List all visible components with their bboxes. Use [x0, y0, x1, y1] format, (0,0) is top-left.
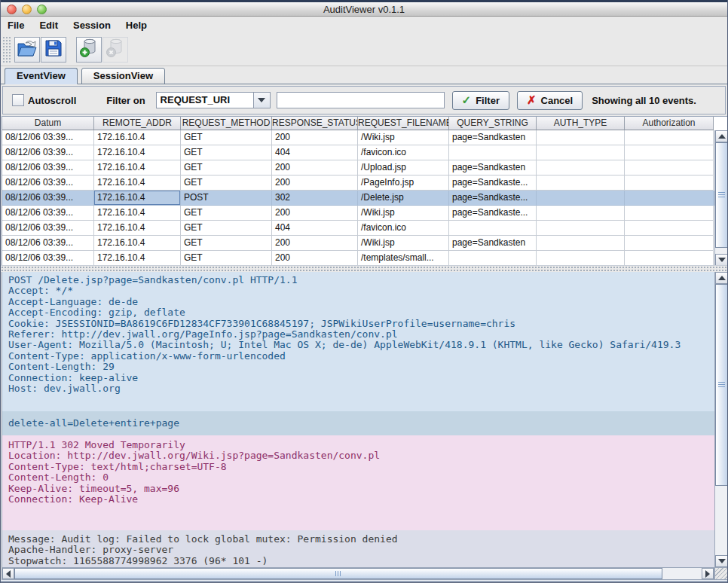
column-header-auth_type[interactable]: AUTH_TYPE: [537, 117, 625, 130]
table-cell[interactable]: 08/12/06 03:39...: [2, 176, 94, 191]
table-cell[interactable]: [625, 176, 714, 191]
table-row[interactable]: 08/12/06 03:39...172.16.10.4GET200/templ…: [2, 251, 727, 266]
table-cell[interactable]: 172.16.10.4: [94, 145, 181, 160]
column-header-authorization[interactable]: Authorization: [625, 117, 714, 130]
menu-session[interactable]: Session: [66, 20, 118, 31]
scroll-up-button[interactable]: [715, 130, 728, 142]
table-cell[interactable]: 08/12/06 03:39...: [2, 191, 94, 206]
menu-edit[interactable]: Edit: [32, 20, 66, 31]
autoscroll-checkbox[interactable]: [12, 94, 24, 106]
table-cell[interactable]: GET: [181, 236, 272, 251]
table-cell[interactable]: [625, 221, 714, 236]
table-cell[interactable]: GET: [181, 160, 272, 176]
table-row[interactable]: 08/12/06 03:39...172.16.10.4GET200/Wiki.…: [2, 130, 727, 145]
table-cell[interactable]: [625, 191, 714, 206]
table-cell[interactable]: page=Sandkaste...: [449, 176, 537, 191]
table-cell[interactable]: 172.16.10.4: [94, 221, 181, 236]
table-cell[interactable]: [537, 160, 625, 176]
table-cell[interactable]: 172.16.10.4: [94, 206, 181, 221]
scroll-up-button[interactable]: [715, 272, 728, 284]
table-cell[interactable]: 08/12/06 03:39...: [2, 130, 94, 145]
table-cell[interactable]: [625, 145, 714, 160]
table-cell[interactable]: 172.16.10.4: [94, 251, 181, 266]
filter-value-input[interactable]: [277, 92, 445, 108]
table-cell[interactable]: 404: [272, 221, 358, 236]
table-cell[interactable]: POST: [181, 191, 272, 206]
table-row[interactable]: 08/12/06 03:39...172.16.10.4GET200/Wiki.…: [2, 236, 727, 251]
table-cell[interactable]: 08/12/06 03:39...: [2, 251, 94, 266]
table-cell[interactable]: GET: [181, 145, 272, 160]
menu-help[interactable]: Help: [118, 20, 154, 31]
table-cell[interactable]: 172.16.10.4: [94, 236, 181, 251]
table-cell[interactable]: 200: [272, 236, 358, 251]
table-row[interactable]: 08/12/06 03:39...172.16.10.4GET404/favic…: [2, 145, 727, 160]
horizontal-scrollbar[interactable]: [2, 567, 714, 580]
scrollbar-thumb[interactable]: [715, 284, 728, 486]
table-cell[interactable]: [537, 176, 625, 191]
tab-eventview[interactable]: EventView: [5, 68, 78, 84]
table-cell[interactable]: 302: [272, 191, 358, 206]
scrollbar-thumb[interactable]: [14, 568, 662, 579]
table-cell[interactable]: GET: [181, 130, 272, 145]
column-header-datum[interactable]: Datum: [2, 117, 94, 130]
detail-vertical-scrollbar[interactable]: [714, 272, 727, 567]
split-pane-divider[interactable]: [1, 265, 727, 272]
table-cell[interactable]: 08/12/06 03:39...: [2, 145, 94, 160]
table-cell[interactable]: [537, 145, 625, 160]
tab-sessionview[interactable]: SessionView: [81, 68, 165, 84]
table-cell[interactable]: [537, 221, 625, 236]
cancel-button[interactable]: ✗ Cancel: [517, 91, 583, 110]
filter-field-combobox[interactable]: REQUEST_URI: [156, 92, 271, 108]
table-cell[interactable]: 08/12/06 03:39...: [2, 221, 94, 236]
combobox-arrow-button[interactable]: [253, 93, 270, 108]
table-cell[interactable]: [449, 221, 537, 236]
table-row[interactable]: 08/12/06 03:39...172.16.10.4GET404/favic…: [2, 221, 727, 236]
table-cell[interactable]: [537, 251, 625, 266]
table-cell[interactable]: 172.16.10.4: [94, 191, 181, 206]
table-vertical-scrollbar[interactable]: [714, 130, 727, 266]
table-cell[interactable]: 200: [272, 160, 358, 176]
table-cell[interactable]: [537, 206, 625, 221]
table-row[interactable]: 08/12/06 03:39...172.16.10.4GET200/Wiki.…: [2, 206, 727, 221]
table-cell[interactable]: [449, 145, 537, 160]
table-cell[interactable]: 08/12/06 03:39...: [2, 160, 94, 176]
table-cell[interactable]: GET: [181, 176, 272, 191]
window-resize-grip[interactable]: [714, 567, 728, 580]
table-cell[interactable]: 200: [272, 176, 358, 191]
table-row[interactable]: 08/12/06 03:39...172.16.10.4GET200/Uploa…: [2, 160, 727, 176]
table-cell[interactable]: 08/12/06 03:39...: [2, 236, 94, 251]
table-cell[interactable]: page=Sandkasten: [449, 160, 537, 176]
filter-button[interactable]: ✓ Filter: [452, 91, 509, 110]
scroll-left-button[interactable]: [2, 568, 14, 579]
scroll-right-button[interactable]: [702, 568, 714, 579]
save-button[interactable]: [41, 37, 66, 63]
table-row[interactable]: 08/12/06 03:39...172.16.10.4GET200/PageI…: [2, 176, 727, 191]
table-cell[interactable]: /Wiki.jsp: [358, 206, 449, 221]
table-cell[interactable]: page=Sandkaste...: [449, 191, 537, 206]
table-cell[interactable]: page=Sandkasten: [449, 130, 537, 145]
table-cell[interactable]: [537, 130, 625, 145]
table-cell[interactable]: page=Sandkasten: [449, 236, 537, 251]
scrollbar-thumb[interactable]: [715, 142, 728, 248]
table-cell[interactable]: [625, 236, 714, 251]
title-bar[interactable]: AuditViewer v0.1.1: [1, 2, 727, 17]
table-cell[interactable]: 200: [272, 130, 358, 145]
table-cell[interactable]: /PageInfo.jsp: [358, 176, 449, 191]
column-header-query_string[interactable]: QUERY_STRING: [449, 117, 537, 130]
table-cell[interactable]: /Upload.jsp: [358, 160, 449, 176]
table-cell[interactable]: 172.16.10.4: [94, 130, 181, 145]
table-cell[interactable]: [625, 251, 714, 266]
table-cell[interactable]: [625, 206, 714, 221]
table-cell[interactable]: /favicon.ico: [358, 221, 449, 236]
open-file-button[interactable]: [14, 37, 40, 63]
column-header-remote_addr[interactable]: REMOTE_ADDR: [94, 117, 181, 130]
table-cell[interactable]: 200: [272, 251, 358, 266]
scroll-down-button[interactable]: [715, 254, 728, 266]
table-cell[interactable]: [449, 251, 537, 266]
scroll-down-button[interactable]: [715, 555, 728, 567]
table-row[interactable]: 08/12/06 03:39...172.16.10.4POST302/Dele…: [2, 191, 727, 206]
table-cell[interactable]: 08/12/06 03:39...: [2, 206, 94, 221]
table-cell[interactable]: GET: [181, 251, 272, 266]
table-cell[interactable]: [537, 191, 625, 206]
table-cell[interactable]: /Wiki.jsp: [358, 130, 449, 145]
